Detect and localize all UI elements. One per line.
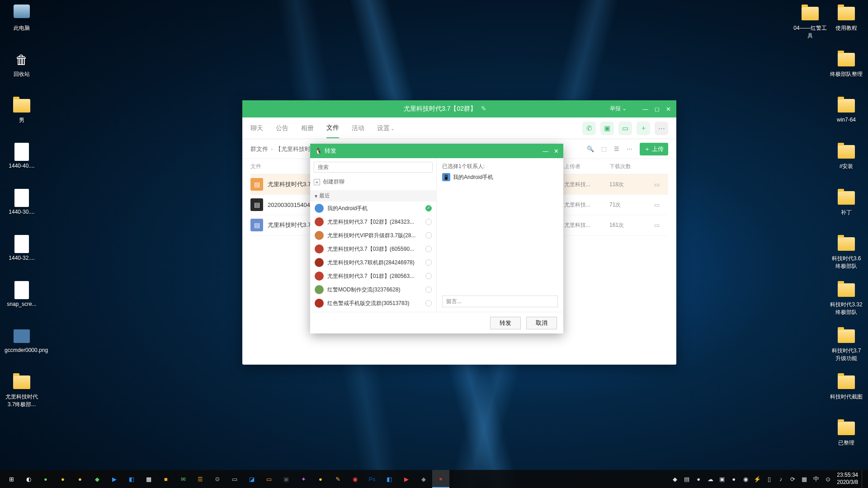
more-tools-icon[interactable]: ⋯ <box>627 145 632 152</box>
contact-radio[interactable] <box>425 232 432 239</box>
desktop-icon-科技时代3.7升级功能[interactable]: 科技时代3.7升级功能 <box>829 327 863 362</box>
taskbar-app[interactable]: ● <box>37 470 54 488</box>
forward-contact[interactable]: 我的Android手机 <box>310 202 436 215</box>
taskbar-app[interactable]: ● <box>71 470 89 488</box>
tray-icon[interactable]: ◉ <box>740 470 751 488</box>
forward-search-input[interactable] <box>314 162 433 173</box>
taskbar-app[interactable]: ⚙ <box>209 470 226 488</box>
contact-radio[interactable] <box>425 246 432 252</box>
taskbar-app[interactable]: ◪ <box>243 470 260 488</box>
list-icon[interactable]: ☰ <box>614 145 619 152</box>
tab-chat[interactable]: 聊天 <box>250 119 263 138</box>
desktop-icon-1440-40....[interactable]: 1440-40.... <box>5 143 39 169</box>
desktop-icon-1440-30....[interactable]: 1440-30.... <box>5 189 39 215</box>
desktop-icon-终极部队整理[interactable]: 终极部队整理 <box>829 51 863 78</box>
taskbar-app[interactable]: ◧ <box>381 470 398 488</box>
more-icon[interactable]: ⋯ <box>655 122 668 135</box>
desktop-icon-此电脑[interactable]: 此电脑 <box>5 5 39 32</box>
tray-icon[interactable]: ● <box>728 470 739 488</box>
taskbar-clock[interactable]: 23:55:34 2020/3/8 <box>833 472 862 486</box>
tab-activity[interactable]: 活动 <box>352 119 364 138</box>
desktop-icon-1440-32....[interactable]: 1440-32.... <box>5 235 39 261</box>
desktop-icon-使用教程[interactable]: 使用教程 <box>829 5 863 32</box>
taskbar-app[interactable]: ◆ <box>89 470 106 488</box>
taskbar-app[interactable]: ● <box>312 470 329 488</box>
edit-title-icon[interactable]: ✎ <box>481 105 486 112</box>
selected-contact[interactable]: 📱 我的Android手机 <box>442 173 558 181</box>
forward-contact[interactable]: 尤里科技时代3.7【01群】(280563... <box>310 269 436 283</box>
show-desktop-button[interactable] <box>862 470 865 488</box>
taskbar-app[interactable]: ◧ <box>123 470 140 488</box>
forward-contact[interactable]: 红警2交流群(324981846) <box>310 310 436 312</box>
desktop-icon-04——红警工具[interactable]: 04——红警工具 <box>793 5 827 40</box>
forward-contact[interactable]: 尤里科技时代3.7【03群】(605590... <box>310 242 436 256</box>
taskbar-app[interactable]: ▣ <box>278 470 295 488</box>
contact-radio[interactable] <box>425 259 432 266</box>
breadcrumb-root[interactable]: 群文件 <box>250 145 268 153</box>
desktop-icon-snap_scre...[interactable]: snap_scre... <box>5 281 39 307</box>
fwd-minimize[interactable]: — <box>542 148 548 155</box>
contact-radio[interactable] <box>425 219 432 225</box>
tray-icon[interactable]: ☁ <box>705 470 716 488</box>
tray-icon[interactable]: ▤ <box>681 470 692 488</box>
folder-icon[interactable]: ▭ <box>646 222 668 229</box>
taskbar-app[interactable]: ▶ <box>398 470 415 488</box>
taskbar-app[interactable]: ☰ <box>192 470 209 488</box>
taskbar-app[interactable]: ▭ <box>260 470 278 488</box>
desktop-icon-#安装[interactable]: #安装 <box>829 143 863 170</box>
report-link[interactable]: 举报 ⌄ <box>610 105 627 113</box>
tray-icon[interactable]: ⊙ <box>822 470 833 488</box>
taskbar-app[interactable]: ◐ <box>20 470 37 488</box>
create-group-button[interactable]: +创建群聊 <box>314 176 433 188</box>
tray-icon[interactable]: 中 <box>811 470 821 488</box>
tray-icon[interactable]: ● <box>693 470 704 488</box>
chat-titlebar[interactable]: 尤里科技时代3.7【02群】 ✎ 举报 ⌄ — ◻ ✕ <box>242 100 676 117</box>
search-icon[interactable]: 🔍 <box>587 145 594 152</box>
taskbar-app[interactable]: ◉ <box>346 470 363 488</box>
breadcrumb-current[interactable]: 【尤里科技时 <box>275 145 311 153</box>
tray-icon[interactable]: ⟳ <box>787 470 798 488</box>
tray-icon[interactable]: ⚡ <box>752 470 763 488</box>
desktop-icon-回收站[interactable]: 🗑回收站 <box>5 51 39 78</box>
taskbar-app[interactable]: ● <box>54 470 71 488</box>
inbox-icon[interactable]: ⬚ <box>601 145 607 152</box>
taskbar-app[interactable]: ▭ <box>226 470 243 488</box>
forward-contact[interactable]: 尤里科技时代3.7【02群】(284323... <box>310 215 436 229</box>
screen-icon[interactable]: ▭ <box>618 122 632 135</box>
contact-radio[interactable] <box>425 286 432 293</box>
maximize-button[interactable]: ◻ <box>655 106 660 113</box>
recent-section[interactable]: ▾最近 <box>310 190 436 202</box>
forward-confirm-button[interactable]: 转发 <box>490 317 521 329</box>
call-icon[interactable]: ✆ <box>582 122 596 135</box>
desktop-icon-男[interactable]: 男 <box>5 97 39 124</box>
taskbar-app[interactable]: ● <box>432 470 449 488</box>
video-icon[interactable]: ▣ <box>600 122 614 135</box>
taskbar-app[interactable]: ⊞ <box>3 470 20 488</box>
contact-radio[interactable] <box>425 273 432 279</box>
taskbar-app[interactable]: ✉ <box>175 470 192 488</box>
taskbar-app[interactable]: ▶ <box>106 470 123 488</box>
tray-icon[interactable]: ▣ <box>717 470 727 488</box>
desktop-icon-补丁[interactable]: 补丁 <box>829 189 863 216</box>
contact-radio[interactable] <box>425 205 432 211</box>
desktop-icon-科技时代3.32终极部队[interactable]: 科技时代3.32终极部队 <box>829 281 863 316</box>
desktop-icon-科技时代截图[interactable]: 科技时代截图 <box>829 373 863 401</box>
desktop-icon-科技时代3.6终极部队[interactable]: 科技时代3.6终极部队 <box>829 235 863 270</box>
tray-icon[interactable]: ♪ <box>775 470 786 488</box>
tray-icon[interactable]: ▦ <box>799 470 810 488</box>
upload-button[interactable]: ＋上传 <box>640 143 668 155</box>
forward-contact[interactable]: 尤里科技时代VIP群升级群3.7版(28... <box>310 229 436 242</box>
forward-cancel-button[interactable]: 取消 <box>526 317 557 329</box>
desktop-icon-gccmder0000.png[interactable]: gccmder0000.png <box>5 327 39 353</box>
tab-announce[interactable]: 公告 <box>276 119 288 138</box>
taskbar-app[interactable]: ✎ <box>329 470 346 488</box>
contact-radio[interactable] <box>425 300 432 306</box>
forward-titlebar[interactable]: 🐧 转发 — ✕ <box>310 144 563 158</box>
tab-settings[interactable]: 设置⌄ <box>377 119 394 138</box>
desktop-icon-win7-64[interactable]: win7-64 <box>829 97 863 123</box>
tray-icon[interactable]: ▯ <box>764 470 774 488</box>
taskbar-app[interactable]: ■ <box>157 470 175 488</box>
tab-album[interactable]: 相册 <box>301 119 314 138</box>
minimize-button[interactable]: — <box>642 106 648 113</box>
tray-icon[interactable]: ◆ <box>670 470 680 488</box>
